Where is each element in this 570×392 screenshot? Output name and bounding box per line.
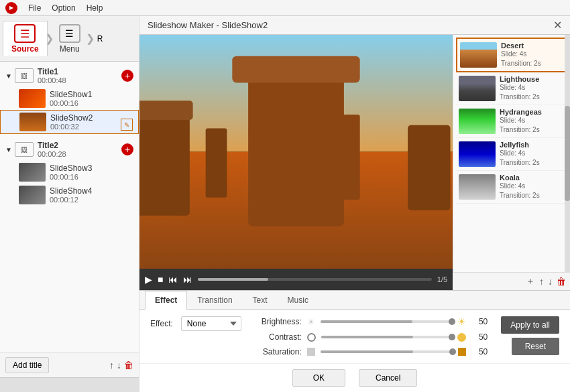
tab-text[interactable]: Text (243, 291, 278, 309)
slide-info-koala: Koala Slide: 4s Transition: 2s (500, 174, 565, 200)
menu-file[interactable]: File (28, 3, 41, 13)
move-down-button[interactable]: ↓ (117, 360, 121, 371)
add-title-button[interactable]: Add title (5, 357, 49, 373)
right-area: Slideshow Maker - SlideShow2 ✕ (139, 16, 570, 392)
ok-button[interactable]: OK (292, 369, 345, 387)
brightness-label: Brightness: (255, 317, 302, 326)
r-label: R (97, 34, 103, 44)
slide-item-koala[interactable]: Koala Slide: 4s Transition: 2s (456, 171, 567, 204)
slide-count: 1/5 (437, 275, 447, 283)
stop-button[interactable]: ■ (158, 274, 163, 285)
slide-item-hydrangeas[interactable]: Hydrangeas Slide: 4s Transition: 2s (456, 105, 567, 138)
effect-select[interactable]: None Fade Zoom (181, 316, 241, 331)
group-info-1: Title1 00:00:48 (38, 67, 121, 84)
bottom-content: Effect: None Fade Zoom Brightness: ☀ (139, 310, 570, 363)
actions-section: Apply to all Reset (501, 316, 559, 355)
menu-help[interactable]: Help (87, 3, 103, 13)
slide-item-desert[interactable]: Desert Slide: 4s Transition: 2s (456, 38, 567, 72)
tab-menu[interactable]: ☰ Menu (51, 21, 89, 56)
prev-frame-button[interactable]: ⏮ (168, 274, 178, 285)
menu-option[interactable]: Option (52, 3, 75, 13)
slide-info-desert: Desert Slide: 4s Transition: 2s (501, 42, 563, 68)
item-title-slideshow1: SlideShow1 (50, 90, 133, 99)
tab-r[interactable]: R (92, 31, 109, 46)
slide-name-lighthouse: Lighthouse (500, 75, 565, 83)
brightness-icon-left: ☀ (307, 317, 315, 327)
effect-label: Effect: (150, 319, 173, 328)
tab-music[interactable]: Music (278, 291, 319, 309)
slide-scrollbar[interactable] (565, 35, 570, 272)
slide-item-jellyfish[interactable]: Jellyfish Slide: 4s Transition: 2s (456, 138, 567, 171)
apply-all-button[interactable]: Apply to all (501, 316, 559, 334)
tab-effect[interactable]: Effect (145, 291, 187, 310)
delete-button[interactable]: 🗑 (124, 360, 133, 371)
tree-group-header-1[interactable]: ▼ 🖼 Title1 00:00:48 + (0, 64, 139, 87)
slide-name-koala: Koala (500, 174, 565, 182)
contrast-thumb (449, 334, 455, 340)
play-button[interactable]: ▶ (145, 274, 152, 285)
tab-transition[interactable]: Transition (187, 291, 242, 309)
item-time-slideshow3: 00:00:16 (50, 173, 133, 181)
cancel-button[interactable]: Cancel (359, 369, 417, 387)
red-arrow-indicator: ↗ (138, 121, 139, 139)
brightness-fill (321, 320, 413, 323)
add-btn-2[interactable]: + (121, 143, 133, 155)
slide-item-lighthouse[interactable]: Lighthouse Slide: 4s Transition: 2s (456, 72, 567, 105)
preview-controls: ▶ ■ ⏮ ⏭ 1/5 (139, 269, 453, 290)
slide-name-jellyfish: Jellyfish (500, 141, 565, 149)
bottom-controls: Add title ↑ ↓ 🗑 (0, 352, 139, 377)
contrast-row: Contrast: 50 (255, 332, 488, 342)
tree-list: ▼ 🖼 Title1 00:00:48 + SlideShow1 00:00:1… (0, 62, 139, 352)
title-bar: Slideshow Maker - SlideShow2 ✕ (139, 16, 570, 35)
list-item[interactable]: SlideShow3 00:00:16 (0, 161, 139, 184)
preview-image (139, 35, 453, 269)
slide-thumb-jellyfish (459, 141, 496, 167)
list-item[interactable]: SlideShow1 00:00:16 (0, 87, 139, 110)
group-icon-2: 🖼 (15, 142, 34, 157)
slide-panel: Desert Slide: 4s Transition: 2s Lighthou… (453, 35, 570, 272)
list-item[interactable]: SlideShow4 00:00:12 (0, 184, 139, 206)
progress-bar[interactable] (198, 278, 431, 281)
svg-rect-5 (139, 101, 193, 120)
slide-trans-koala: Transition: 2s (500, 191, 565, 200)
group-title-1: Title1 (38, 67, 121, 76)
contrast-slider[interactable] (321, 336, 453, 338)
saturation-icon-left (307, 348, 315, 356)
saturation-fill (321, 350, 413, 353)
preview-slide-split: ▶ ■ ⏮ ⏭ 1/5 (139, 35, 570, 290)
tab-source[interactable]: ☰ Source (3, 21, 48, 56)
slide-thumb-hydrangeas (459, 109, 496, 134)
brightness-value: 50 (471, 317, 488, 326)
slide-name-desert: Desert (501, 42, 563, 50)
item-time-slideshow1: 00:00:16 (50, 99, 133, 107)
item-title-slideshow4: SlideShow4 (50, 186, 133, 196)
slide-up-button[interactable]: ↑ (539, 276, 544, 287)
edit-icon[interactable]: ✎ (121, 119, 133, 131)
brightness-slider[interactable] (321, 320, 453, 323)
preview-area: ▶ ■ ⏮ ⏭ 1/5 (139, 35, 453, 290)
add-btn-1[interactable]: + (121, 70, 133, 82)
bottom-arrows: ↑ ↓ 🗑 (109, 360, 133, 371)
tree-group-2: ▼ 🖼 Title2 00:00:28 + SlideShow3 00:00:1… (0, 138, 139, 206)
close-button[interactable]: ✕ (553, 19, 562, 31)
menu-bar: File Option Help (0, 0, 570, 16)
move-up-button[interactable]: ↑ (109, 360, 114, 371)
slide-slide-hydrangeas: Slide: 4s (500, 116, 565, 125)
saturation-slider[interactable] (321, 350, 453, 353)
reset-button[interactable]: Reset (512, 338, 559, 355)
group-title-2: Title2 (38, 141, 121, 150)
slide-add-button[interactable]: ＋ (526, 275, 535, 287)
group-time-1: 00:00:48 (38, 76, 121, 84)
next-frame-button[interactable]: ⏭ (183, 274, 192, 285)
list-item[interactable]: SlideShow2 00:00:32 ✎ ↗ (0, 110, 139, 134)
slide-delete-button[interactable]: 🗑 (557, 276, 566, 287)
tree-group-header-2[interactable]: ▼ 🖼 Title2 00:00:28 + (0, 138, 139, 161)
item-info-slideshow1: SlideShow1 00:00:16 (50, 90, 133, 107)
effect-section: Effect: None Fade Zoom (150, 316, 241, 331)
item-thumb-slideshow3 (19, 163, 46, 182)
tree-group-1: ▼ 🖼 Title1 00:00:48 + SlideShow1 00:00:1… (0, 64, 139, 134)
slide-down-button[interactable]: ↓ (548, 276, 553, 287)
slide-thumb-lighthouse (459, 76, 496, 101)
item-info-slideshow4: SlideShow4 00:00:12 (50, 186, 133, 204)
left-panel: ☰ Source ❯ ☰ Menu ❯ R ▼ 🖼 (0, 16, 139, 392)
